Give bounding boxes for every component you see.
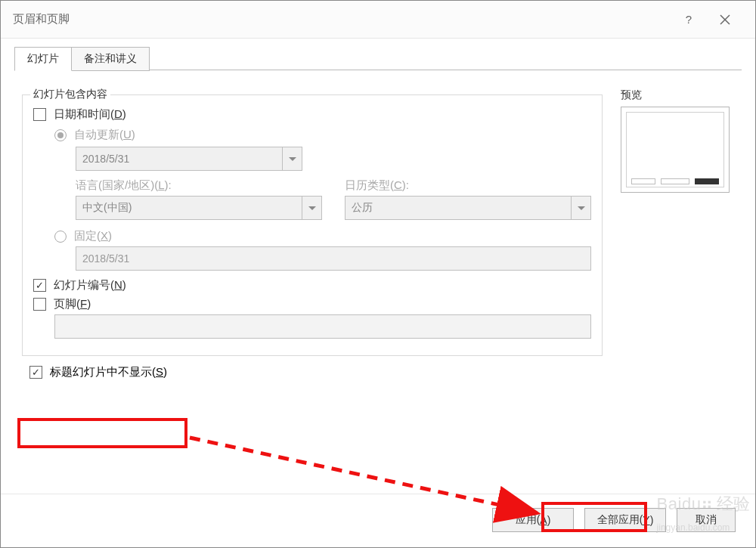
row-fixed-textbox: 2018/5/31 <box>33 246 591 271</box>
calendar-value: 公历 <box>352 201 373 215</box>
row-date-combo: 2018/5/31 <box>33 147 591 171</box>
checkbox-hide-on-title[interactable] <box>29 366 42 379</box>
apply-button[interactable]: 应用(A) <box>492 508 574 532</box>
cancel-button[interactable]: 取消 <box>677 508 736 532</box>
language-value: 中文(中国) <box>82 201 132 215</box>
radio-fixed[interactable] <box>54 231 67 243</box>
apply-all-button[interactable]: 全部应用(Y) <box>584 508 666 532</box>
label-fixed: 固定(X) <box>74 229 112 243</box>
header-footer-dialog: 页眉和页脚 ? 幻灯片 备注和讲义 幻灯片包含内容 <box>0 0 756 548</box>
preview-slide <box>626 112 724 187</box>
row-hide-on-title: 标题幻灯片中不显示(S) <box>29 365 603 379</box>
row-fixed: 固定(X) <box>33 229 591 243</box>
label-hide-on-title: 标题幻灯片中不显示(S) <box>50 365 167 379</box>
col-calendar: 日历类型(C): 公历 <box>345 178 591 220</box>
row-slidenum: 幻灯片编号(N) <box>33 278 591 293</box>
label-language: 语言(国家/地区)(L): <box>76 178 322 193</box>
row-datetime: 日期和时间(D) <box>33 107 591 122</box>
slide-content-group: 幻灯片包含内容 日期和时间(D) 自动更新(U) <box>22 94 603 356</box>
label-slide-number: 幻灯片编号(N) <box>54 278 126 293</box>
checkbox-datetime[interactable] <box>33 108 46 121</box>
dialog-content: 幻灯片 备注和讲义 幻灯片包含内容 日期和时间(D) <box>1 39 755 494</box>
label-auto-update: 自动更新(U) <box>74 128 135 142</box>
textbox-fixed-date[interactable]: 2018/5/31 <box>76 246 591 271</box>
chevron-down-icon <box>571 197 590 219</box>
col-language: 语言(国家/地区)(L): 中文(中国) <box>76 178 322 220</box>
titlebar: 页眉和页脚 ? <box>1 1 755 39</box>
label-footer: 页脚(F) <box>54 297 91 311</box>
preview-box <box>621 107 730 193</box>
preview-label: 预览 <box>621 88 734 102</box>
label-calendar: 日历类型(C): <box>345 178 591 193</box>
dialog-title: 页眉和页脚 <box>13 12 671 26</box>
tab-slide[interactable]: 幻灯片 <box>14 47 72 71</box>
tab-strip: 幻灯片 备注和讲义 <box>14 46 742 70</box>
chevron-down-icon <box>302 197 321 219</box>
close-button[interactable] <box>707 2 743 38</box>
chevron-down-icon <box>282 147 302 170</box>
combo-calendar[interactable]: 公历 <box>345 196 591 220</box>
row-footer: 页脚(F) <box>33 297 591 311</box>
date-format-value: 2018/5/31 <box>82 153 129 165</box>
dialog-footer: 应用(A) 全部应用(Y) 取消 <box>1 494 755 547</box>
checkbox-footer[interactable] <box>33 298 46 311</box>
preview-placeholder-right <box>695 178 719 184</box>
help-button[interactable]: ? <box>671 2 707 38</box>
tab-body: 幻灯片包含内容 日期和时间(D) 自动更新(U) <box>14 70 742 494</box>
label-datetime: 日期和时间(D) <box>54 107 126 122</box>
fixed-date-value: 2018/5/31 <box>82 252 129 265</box>
radio-auto-update[interactable] <box>54 129 67 141</box>
combo-date-format[interactable]: 2018/5/31 <box>76 147 302 171</box>
preview-placeholder-center <box>661 178 689 184</box>
combo-language[interactable]: 中文(中国) <box>76 196 322 220</box>
group-legend: 幻灯片包含内容 <box>30 88 110 101</box>
checkbox-slide-number[interactable] <box>33 279 46 292</box>
row-lang-cal: 语言(国家/地区)(L): 中文(中国) 日历类型(C): <box>76 178 591 220</box>
textbox-footer[interactable] <box>54 314 591 339</box>
row-auto-update: 自动更新(U) <box>33 128 591 142</box>
preview-column: 预览 <box>621 88 734 486</box>
main-column: 幻灯片包含内容 日期和时间(D) 自动更新(U) <box>22 88 603 486</box>
tab-notes-handouts[interactable]: 备注和讲义 <box>72 47 150 71</box>
preview-placeholder-left <box>631 178 655 184</box>
close-icon <box>720 14 730 25</box>
row-footer-textbox <box>33 314 591 339</box>
